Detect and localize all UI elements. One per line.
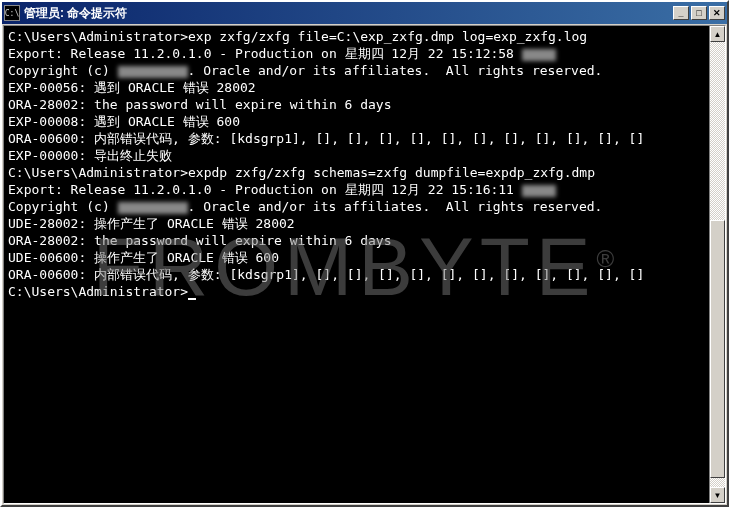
- output-line: EXP-00000: 导出终止失败: [8, 147, 705, 164]
- minimize-button[interactable]: _: [673, 6, 689, 20]
- maximize-button[interactable]: □: [691, 6, 707, 20]
- output-line: ORA-00600: 内部错误代码, 参数: [kdsgrp1], [], []…: [8, 266, 705, 283]
- output-line: ORA-28002: the password will expire with…: [8, 96, 705, 113]
- output-line: ORA-00600: 内部错误代码, 参数: [kdsgrp1], [], []…: [8, 130, 705, 147]
- output-line: ORA-28002: the password will expire with…: [8, 232, 705, 249]
- titlebar[interactable]: C:\ 管理员: 命令提示符 _ □ ✕: [2, 2, 727, 24]
- client-area: C:\Users\Administrator>exp zxfg/zxfg fil…: [3, 25, 726, 504]
- scroll-thumb[interactable]: [710, 220, 725, 478]
- output-line: Copyright (c) . Oracle and/or its affili…: [8, 198, 705, 215]
- scroll-down-button[interactable]: ▼: [710, 487, 725, 503]
- output-line: Export: Release 11.2.0.1.0 - Production …: [8, 45, 705, 62]
- redacted-text: [118, 202, 188, 214]
- output-line: C:\Users\Administrator>exp zxfg/zxfg fil…: [8, 28, 705, 45]
- window-controls: _ □ ✕: [673, 6, 725, 20]
- app-icon: C:\: [4, 5, 20, 21]
- scroll-up-button[interactable]: ▲: [710, 26, 725, 42]
- output-line: Export: Release 11.2.0.1.0 - Production …: [8, 181, 705, 198]
- terminal-output[interactable]: C:\Users\Administrator>exp zxfg/zxfg fil…: [4, 26, 709, 503]
- output-line: EXP-00008: 遇到 ORACLE 错误 600: [8, 113, 705, 130]
- cursor-icon: [188, 298, 196, 300]
- output-line: EXP-00056: 遇到 ORACLE 错误 28002: [8, 79, 705, 96]
- redacted-text: [522, 49, 556, 61]
- command-prompt-window: C:\ 管理员: 命令提示符 _ □ ✕ C:\Users\Administra…: [0, 0, 729, 507]
- vertical-scrollbar[interactable]: ▲ ▼: [709, 26, 725, 503]
- output-line: Copyright (c) . Oracle and/or its affili…: [8, 62, 705, 79]
- redacted-text: [118, 66, 188, 78]
- output-line: C:\Users\Administrator>expdp zxfg/zxfg s…: [8, 164, 705, 181]
- redacted-text: [522, 185, 556, 197]
- window-title: 管理员: 命令提示符: [24, 5, 673, 22]
- output-line: C:\Users\Administrator>: [8, 283, 705, 300]
- scroll-track[interactable]: [710, 42, 725, 487]
- output-line: UDE-28002: 操作产生了 ORACLE 错误 28002: [8, 215, 705, 232]
- output-line: UDE-00600: 操作产生了 ORACLE 错误 600: [8, 249, 705, 266]
- close-button[interactable]: ✕: [709, 6, 725, 20]
